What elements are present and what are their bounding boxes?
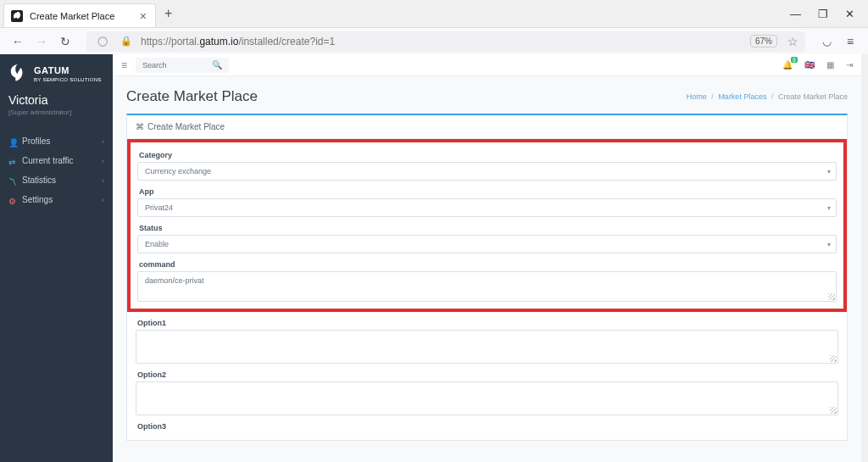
select-value: Enable [145, 240, 169, 248]
select-value: Privat24 [145, 203, 173, 212]
restore-icon[interactable]: ❐ [818, 8, 828, 20]
browser-nav: ← → ↻ ◯ 🔒 https://portal.gatum.io/instal… [0, 27, 868, 54]
new-tab-button[interactable]: + [156, 6, 181, 21]
tab-strip: Create Market Place × + — ❐ ✕ [0, 0, 868, 27]
close-tab-icon[interactable]: × [138, 9, 148, 23]
menu-icon[interactable]: ≡ [841, 32, 860, 51]
pocket-icon[interactable]: ◡ [817, 32, 836, 51]
crumb-home[interactable]: Home [687, 92, 707, 101]
forward-icon[interactable]: → [32, 32, 51, 51]
crumb-sep: / [769, 92, 776, 101]
row-category: Category Currency exchange ▾ [137, 146, 837, 182]
crumb-sep: / [709, 92, 716, 101]
search-input[interactable] [142, 61, 210, 70]
sidebar-item-traffic[interactable]: ⇄ Current traffic ‹ [0, 151, 113, 170]
url-path: /installed/create?id=1 [238, 36, 335, 47]
label-option2: Option2 [137, 370, 837, 379]
stats-icon: 〽 [8, 177, 15, 184]
address-bar[interactable]: ◯ 🔒 https://portal.gatum.io/installed/cr… [86, 31, 805, 52]
sidebar-toggle-icon[interactable]: ≡ [121, 59, 127, 71]
sidebar: GATUM BY SEMPICO SOLUTIONS Victoria [Sup… [0, 54, 113, 462]
breadcrumb: Home / Market Places / Create Market Pla… [687, 92, 848, 101]
label-option3: Option3 [137, 422, 837, 431]
textarea-command[interactable]: daemon/ce-privat [137, 271, 837, 302]
reload-icon[interactable]: ↻ [56, 32, 75, 51]
app-viewport: GATUM BY SEMPICO SOLUTIONS Victoria [Sup… [0, 54, 868, 462]
textarea-option1[interactable] [136, 330, 838, 364]
browser-tab[interactable]: Create Market Place × [3, 3, 156, 27]
chevron-left-icon: ‹ [102, 137, 104, 146]
shield-icon: ◯ [93, 32, 112, 51]
back-icon[interactable]: ← [8, 32, 27, 51]
panel-body: Category Currency exchange ▾ App Privat2… [127, 139, 847, 440]
search-icon[interactable]: 🔍 [212, 60, 222, 70]
resize-grip-icon[interactable] [830, 407, 837, 414]
url-text: https://portal.gatum.io/installed/create… [141, 36, 335, 47]
app-topbar: ≡ 🔍 🔔8 🇬🇧 ▦ ⇥ [113, 54, 861, 76]
brand-name: GATUM [34, 66, 102, 75]
chevron-left-icon: ‹ [102, 196, 104, 204]
options-section: Option1 Option2 Option3 [127, 312, 847, 440]
brand-logo-icon [8, 64, 27, 83]
chevron-left-icon: ‹ [102, 176, 104, 185]
sidebar-username: Victoria [0, 93, 113, 109]
select-status[interactable]: Enable ▾ [137, 235, 837, 253]
link-icon: ⌘ [136, 122, 144, 131]
sidebar-item-label: Statistics [22, 175, 56, 185]
page-header: Create Market Place Home / Market Places… [113, 76, 861, 114]
minimize-icon[interactable]: — [790, 8, 801, 20]
flag-icon[interactable]: 🇬🇧 [804, 60, 815, 70]
traffic-icon: ⇄ [8, 158, 15, 164]
label-command: command [139, 260, 835, 269]
sidebar-role: [Super administrator] [0, 109, 113, 131]
logout-icon[interactable]: ⇥ [846, 60, 853, 70]
resize-grip-icon[interactable] [830, 355, 837, 362]
brand: GATUM BY SEMPICO SOLUTIONS [0, 61, 113, 93]
panel-head: ⌘ Create Market Place [127, 115, 847, 139]
notif-badge: 8 [791, 57, 798, 63]
sidebar-item-settings[interactable]: ⚙ Settings ‹ [0, 190, 113, 209]
sidebar-item-label: Current traffic [22, 156, 73, 165]
profiles-icon: 👤 [8, 138, 15, 145]
crumb-marketplaces[interactable]: Market Places [718, 92, 766, 101]
chevron-down-icon: ▾ [827, 204, 831, 212]
select-category[interactable]: Currency exchange ▾ [137, 162, 837, 181]
label-category: Category [139, 151, 835, 159]
content-scrollbar[interactable] [861, 54, 868, 462]
chevron-left-icon: ‹ [102, 157, 104, 165]
label-status: Status [139, 224, 835, 232]
topbar-actions: 🔔8 🇬🇧 ▦ ⇥ [782, 60, 853, 70]
sidebar-item-stats[interactable]: 〽 Statistics ‹ [0, 170, 113, 190]
row-status: Status Enable ▾ [137, 219, 837, 255]
page-title: Create Market Place [126, 88, 258, 105]
window-controls: — ❐ ✕ [790, 8, 865, 20]
apps-grid-icon[interactable]: ▦ [826, 60, 834, 70]
panel-title: Create Market Place [147, 122, 225, 131]
row-option3: Option3 [136, 417, 838, 435]
zoom-badge[interactable]: 67% [750, 35, 777, 47]
row-command: command daemon/ce-privat [137, 255, 837, 303]
select-value: Currency exchange [145, 167, 211, 175]
resize-grip-icon[interactable] [828, 293, 835, 300]
brand-text: GATUM BY SEMPICO SOLUTIONS [34, 66, 102, 82]
sidebar-item-label: Settings [22, 195, 53, 204]
crumb-current: Create Market Place [778, 92, 848, 101]
close-window-icon[interactable]: ✕ [845, 8, 854, 20]
url-domain: gatum.io [199, 36, 238, 47]
row-option2: Option2 [136, 365, 838, 417]
url-pre: https://portal. [141, 36, 199, 47]
label-option1: Option1 [137, 319, 837, 327]
sidebar-item-profiles[interactable]: 👤 Profiles ‹ [0, 131, 113, 151]
row-app: App Privat24 ▾ [137, 182, 837, 219]
search-box[interactable]: 🔍 [136, 58, 229, 73]
textarea-value: daemon/ce-privat [145, 276, 204, 285]
select-app[interactable]: Privat24 ▾ [137, 198, 837, 217]
form-panel: ⌘ Create Market Place Category Currency … [126, 114, 848, 441]
row-option1: Option1 [136, 314, 838, 365]
notifications-icon[interactable]: 🔔8 [782, 60, 793, 70]
textarea-option2[interactable] [136, 381, 838, 415]
chevron-down-icon: ▾ [827, 168, 831, 175]
bookmark-star-icon[interactable]: ☆ [787, 35, 798, 48]
settings-icon: ⚙ [8, 197, 15, 203]
brand-sub: BY SEMPICO SOLUTIONS [34, 77, 102, 82]
